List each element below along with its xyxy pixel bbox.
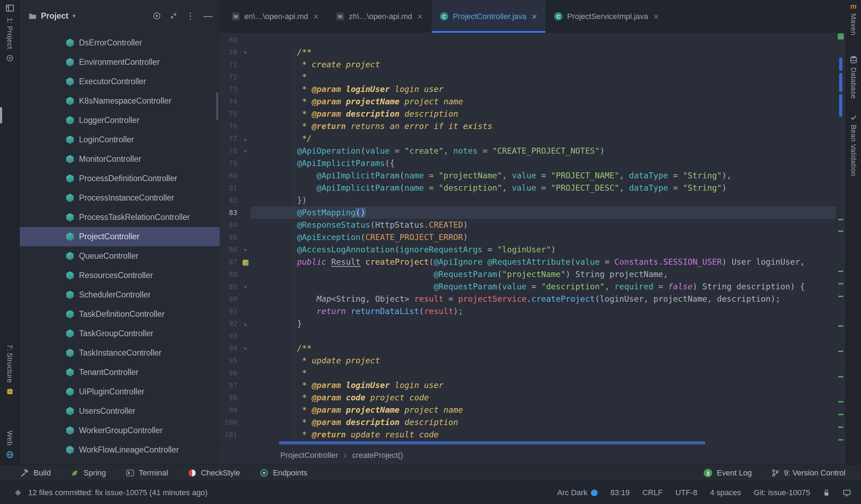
code-line-text[interactable]: @RequestParam("projectName") String proj…: [251, 268, 836, 281]
tab-en-open-api-md[interactable]: Men\…\open-api.md×: [223, 0, 328, 33]
tree-item-SchedulerController[interactable]: SchedulerController: [20, 285, 220, 305]
editor-scroll-stripe[interactable]: [836, 33, 845, 446]
theme-indicator[interactable]: Arc Dark: [557, 488, 598, 497]
tree-item-MonitorController[interactable]: MonitorController: [20, 149, 220, 169]
checkstyle-toolwindow-button[interactable]: CheckStyle: [188, 468, 240, 478]
code-line-text[interactable]: @RequestParam(value = "description", req…: [251, 281, 836, 293]
editor[interactable]: 6970▾ /**71 * create project72 *73 * @pa…: [220, 33, 845, 446]
bean-validation-toolwindow-button[interactable]: Bean Validation: [849, 113, 857, 176]
code-line-text[interactable]: * @param projectName project name: [251, 96, 836, 108]
code-line-text[interactable]: * @param projectName project name: [251, 404, 836, 416]
tree-item-ProjectController[interactable]: ProjectController: [20, 227, 220, 246]
tree-item-ProcessInstanceController[interactable]: ProcessInstanceController: [20, 188, 220, 208]
project-toolwindow-button[interactable]: 1: Project: [5, 4, 14, 62]
tab-zh-open-api-md[interactable]: Mzh\…\open-api.md×: [328, 0, 432, 33]
git-branch-status[interactable]: Git: issue-10075: [754, 488, 810, 497]
fold-marker[interactable]: ▾: [240, 281, 251, 293]
code-line-text[interactable]: * @return update result code: [251, 429, 836, 441]
close-tab-icon[interactable]: ×: [417, 12, 423, 21]
code-line-text[interactable]: * @param description description: [251, 416, 836, 429]
code-line-text[interactable]: /**: [251, 46, 836, 59]
maven-toolwindow-button[interactable]: m Maven: [849, 3, 857, 36]
commit-toolwindow-icon[interactable]: [6, 54, 14, 62]
code-line-text[interactable]: * @param loginUser login user: [251, 83, 836, 96]
spring-toolwindow-button[interactable]: Spring: [71, 468, 106, 478]
caret-position[interactable]: 83:19: [610, 488, 630, 497]
tree-item-LoginController[interactable]: LoginController: [20, 130, 220, 149]
indent-setting[interactable]: 4 spaces: [710, 488, 741, 497]
hide-panel-icon[interactable]: —: [203, 11, 213, 20]
code-line-text[interactable]: return returnDataList(result);: [251, 305, 836, 318]
terminal-toolwindow-button[interactable]: Terminal: [126, 468, 168, 478]
code-line-text[interactable]: * @param code project code: [251, 392, 836, 404]
status-message[interactable]: 12 files committed: fix issue-10075 (41 …: [28, 488, 208, 497]
breadcrumb-method[interactable]: createProject(): [352, 451, 403, 460]
reader-mode-icon[interactable]: [843, 488, 851, 497]
tree-item-UiPluginController[interactable]: UiPluginController: [20, 382, 220, 401]
code-line-text[interactable]: Map<String, Object> result = projectServ…: [251, 293, 836, 305]
fold-marker[interactable]: ▾: [240, 46, 251, 59]
close-tab-icon[interactable]: ×: [653, 12, 659, 21]
line-separator[interactable]: CRLF: [642, 488, 662, 497]
tree-item-ExecutorController[interactable]: ExecutorController: [20, 72, 220, 91]
version-control-button[interactable]: 9: Version Control: [771, 468, 845, 478]
fold-marker[interactable]: ▾: [240, 145, 251, 157]
fold-marker[interactable]: ▾: [240, 342, 251, 355]
tree-item-ProcessDefinitionController[interactable]: ProcessDefinitionController: [20, 169, 220, 188]
chevron-down-icon[interactable]: ▾: [73, 12, 76, 20]
endpoint-gutter-icon[interactable]: [240, 256, 251, 268]
fold-marker[interactable]: ▴: [240, 318, 251, 330]
build-toolwindow-button[interactable]: Build: [20, 468, 51, 478]
code-line-text[interactable]: [251, 34, 836, 46]
close-tab-icon[interactable]: ×: [532, 12, 537, 21]
code-line-text[interactable]: }: [251, 318, 836, 330]
tree-item-UsersController[interactable]: UsersController: [20, 401, 220, 421]
tree-item-EnvironmentController[interactable]: EnvironmentController: [20, 53, 220, 72]
file-encoding[interactable]: UTF-8: [675, 488, 697, 497]
code-line-text[interactable]: * update project: [251, 355, 836, 367]
code-line-text[interactable]: @ApiImplicitParam(name = "description", …: [251, 182, 836, 194]
code-line-text[interactable]: /**: [251, 342, 836, 355]
horizontal-scrollbar[interactable]: [279, 441, 706, 444]
event-log-button[interactable]: 2 Event Log: [704, 468, 752, 478]
collapse-all-button[interactable]: [170, 12, 177, 20]
code-line-text[interactable]: }): [251, 194, 836, 207]
tree-item-WorkFlowLineageController[interactable]: WorkFlowLineageController: [20, 440, 220, 460]
database-toolwindow-button[interactable]: Database: [849, 55, 857, 99]
lock-icon[interactable]: [823, 488, 830, 497]
tree-item-ProcessTaskRelationController[interactable]: ProcessTaskRelationController: [20, 208, 220, 227]
code-line-text[interactable]: [251, 330, 836, 342]
tree-scrollbar[interactable]: [216, 92, 218, 120]
tree-item-K8sNamespaceController[interactable]: K8sNamespaceController: [20, 91, 220, 111]
code-line-text[interactable]: */: [251, 133, 836, 145]
fold-marker[interactable]: ▾: [240, 244, 251, 256]
tree-item-TaskGroupController[interactable]: TaskGroupController: [20, 324, 220, 343]
tree-item-ResourcesController[interactable]: ResourcesController: [20, 266, 220, 285]
code-line-text[interactable]: @ApiOperation(value = "create", notes = …: [251, 145, 836, 157]
code-line-text[interactable]: * @return returns an error if it exists: [251, 120, 836, 133]
tree-item-TaskInstanceController[interactable]: TaskInstanceController: [20, 343, 220, 363]
options-menu-icon[interactable]: ⋮: [186, 11, 195, 20]
code-line-text[interactable]: public Result createProject(@ApiIgnore @…: [251, 256, 836, 268]
breadcrumb-class[interactable]: ProjectController: [280, 451, 338, 460]
structure-toolwindow-button[interactable]: 7: Structure: [6, 344, 14, 395]
code-line-text[interactable]: @ResponseStatus(HttpStatus.CREATED): [251, 219, 836, 231]
tree-item-LoggerController[interactable]: LoggerController: [20, 111, 220, 130]
code-line-text[interactable]: * @param description description: [251, 108, 836, 120]
tree-item-QueueController[interactable]: QueueController: [20, 246, 220, 266]
code-line-text[interactable]: @ApiException(CREATE_PROJECT_ERROR): [251, 231, 836, 244]
web-toolwindow-button[interactable]: Web: [6, 431, 14, 459]
code-line-text[interactable]: @ApiImplicitParam(name = "projectName", …: [251, 170, 836, 182]
tree-item-TenantController[interactable]: TenantController: [20, 363, 220, 382]
inspection-status-icon[interactable]: [838, 33, 844, 39]
tree-item-WorkerGroupController[interactable]: WorkerGroupController: [20, 421, 220, 440]
locate-file-button[interactable]: [153, 12, 161, 20]
code-line-text[interactable]: * create project: [251, 59, 836, 71]
tab-projectcontroller-java[interactable]: CProjectController.java×: [432, 0, 546, 33]
tab-projectserviceimpl-java[interactable]: CProjectServiceImpl.java×: [546, 0, 667, 33]
code-line-text[interactable]: @PostMapping(): [251, 207, 836, 219]
code-line-text[interactable]: @AccessLogAnnotation(ignoreRequestArgs =…: [251, 244, 836, 256]
endpoints-toolwindow-button[interactable]: Endpoints: [260, 468, 307, 478]
code-line-text[interactable]: * @param loginUser login user: [251, 379, 836, 392]
tree-item-TaskDefinitionController[interactable]: TaskDefinitionController: [20, 305, 220, 324]
